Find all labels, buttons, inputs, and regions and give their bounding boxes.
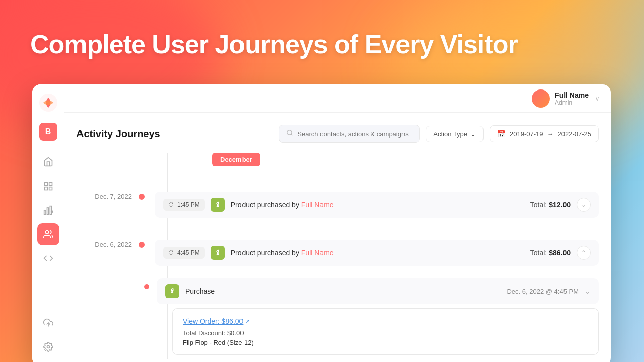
svg-rect-3: [44, 187, 47, 190]
entry-total-amount: $12.00: [549, 201, 571, 209]
date-range-picker[interactable]: 📅 2019-07-19 → 2022-07-25: [490, 125, 599, 142]
activity-timeline: December Dec. 7, 2022 ⏱ 1:45 PM: [76, 153, 599, 359]
user-profile[interactable]: Full Name Admin v: [532, 89, 599, 108]
svg-rect-6: [47, 208, 48, 214]
entry-person-link[interactable]: Full Name: [301, 249, 334, 257]
svg-rect-5: [44, 210, 45, 214]
svg-line-13: [291, 134, 293, 136]
sidebar: B: [32, 84, 64, 362]
sidebar-item-home[interactable]: [37, 151, 59, 173]
entry-total-amount: $86.00: [549, 249, 571, 257]
app-logo[interactable]: [38, 93, 58, 113]
chevron-down-icon: v: [596, 95, 599, 102]
calendar-icon: 📅: [497, 130, 506, 138]
svg-point-11: [47, 346, 49, 348]
entry-text: Product purchased by Full Name: [231, 249, 524, 257]
toolbar: Activity Journeys Action Type ⌄ 📅: [76, 125, 599, 143]
entry-person-link[interactable]: Full Name: [301, 201, 334, 209]
date-arrow: →: [547, 130, 554, 138]
app-header: Full Name Admin v: [64, 84, 611, 113]
shopify-icon: [165, 284, 179, 298]
sidebar-avatar[interactable]: B: [39, 123, 57, 141]
purchase-chevron-down-icon[interactable]: ⌄: [585, 287, 591, 295]
order-discount-row: Total Discount: $0.00: [183, 329, 588, 337]
main-content: Full Name Admin v Activity Journeys: [64, 84, 611, 362]
date-end: 2022-07-25: [558, 130, 592, 138]
entry-date: Dec. 7, 2022: [76, 192, 142, 200]
entry-total: Total: $12.00: [530, 201, 571, 209]
sidebar-item-contacts[interactable]: [37, 223, 59, 245]
sub-dot: [144, 284, 149, 289]
chevron-down-icon: ⌄: [470, 130, 476, 138]
hero-title: Complete User Journeys of Every Visitor: [30, 30, 518, 59]
svg-point-12: [287, 130, 292, 135]
sidebar-item-grid[interactable]: [37, 175, 59, 197]
search-input[interactable]: [297, 130, 412, 138]
order-details-card: View Order: $86.00 ↗ Total Discount: $0.…: [172, 308, 599, 355]
filter-label: Action Type: [433, 130, 467, 138]
svg-rect-1: [44, 183, 47, 186]
page-title: Activity Journeys: [76, 128, 160, 140]
entry-time-badge: ⏱ 1:45 PM: [163, 199, 205, 211]
sidebar-item-upload[interactable]: [37, 312, 59, 334]
svg-rect-4: [49, 187, 52, 190]
entry-dot: [139, 194, 145, 200]
timeline-entry: Dec. 7, 2022 ⏱ 1:45 PM: [76, 185, 599, 225]
entry-card: ⏱ 4:45 PM Product purchased by: [155, 240, 599, 266]
timeline-entry: Dec. 6, 2022 ⏱ 4:45 PM: [76, 233, 599, 273]
search-box[interactable]: [279, 125, 420, 143]
entry-dot: [139, 242, 145, 248]
expand-button[interactable]: ⌄: [577, 198, 591, 212]
svg-point-9: [45, 231, 49, 234]
user-name: Full Name: [555, 91, 589, 99]
user-text: Full Name Admin: [555, 91, 589, 106]
svg-rect-2: [49, 183, 52, 186]
collapse-button[interactable]: ⌃: [577, 246, 591, 260]
entry-text: Product purchased by Full Name: [231, 201, 524, 209]
svg-rect-7: [50, 206, 51, 215]
action-type-filter[interactable]: Action Type ⌄: [426, 126, 484, 142]
entry-time: 4:45 PM: [177, 249, 200, 256]
clock-icon: ⏱: [168, 201, 174, 208]
date-start: 2019-07-19: [510, 130, 543, 138]
shopify-icon: [211, 246, 225, 260]
month-tag: December: [212, 153, 260, 166]
entry-time-badge: ⏱ 4:45 PM: [163, 247, 205, 259]
order-product: Flip Flop - Red (Size 12): [183, 339, 588, 346]
page-content: Activity Journeys Action Type ⌄ 📅: [64, 113, 611, 362]
purchase-date: Dec. 6, 2022 @ 4:45 PM: [507, 288, 579, 295]
expanded-section: Purchase Dec. 6, 2022 @ 4:45 PM ⌄ View O…: [76, 278, 599, 359]
entry-total: Total: $86.00: [530, 249, 571, 257]
view-order-link[interactable]: View Order: $86.00 ↗: [183, 317, 250, 325]
entry-card: ⏱ 1:45 PM Product purchased by: [155, 192, 599, 218]
search-icon: [286, 129, 293, 138]
external-link-icon: ↗: [245, 318, 250, 325]
app-window: B: [32, 84, 611, 362]
purchase-label: Purchase: [185, 287, 215, 295]
shopify-icon: [211, 198, 225, 212]
sidebar-item-code[interactable]: [37, 247, 59, 269]
purchase-card: Purchase Dec. 6, 2022 @ 4:45 PM ⌄: [157, 278, 599, 304]
sidebar-item-settings[interactable]: [37, 336, 59, 358]
avatar: [532, 89, 550, 108]
user-role: Admin: [555, 99, 589, 106]
clock-icon: ⏱: [168, 249, 174, 256]
sidebar-item-analytics[interactable]: [37, 199, 59, 221]
entry-time: 1:45 PM: [177, 201, 200, 208]
entry-date: Dec. 6, 2022: [76, 240, 142, 248]
